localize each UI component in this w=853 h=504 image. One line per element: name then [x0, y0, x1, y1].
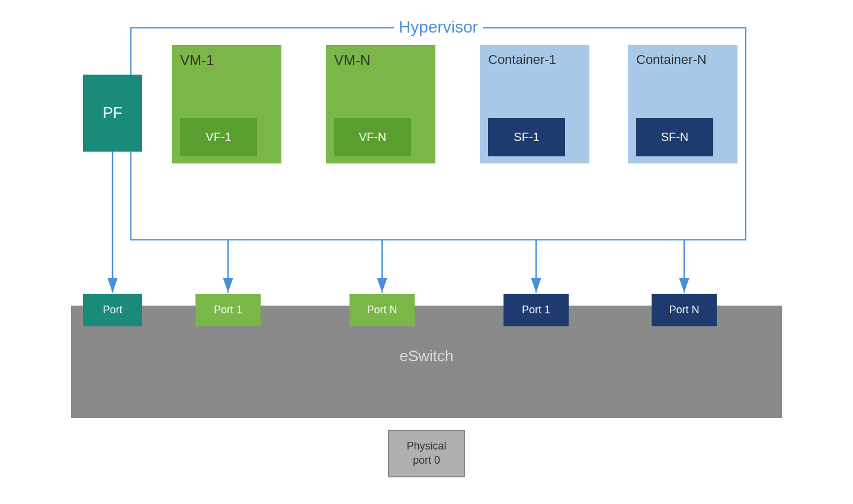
- container1-label: Container-1: [488, 52, 556, 68]
- diagram-container: Hypervisor PF VM-1 VF-1 VM-N VF-N Contai…: [0, 0, 853, 504]
- vfn-label: VF-N: [359, 130, 387, 144]
- sfn-label: SF-N: [661, 130, 689, 144]
- port-sfn-label: Port N: [669, 304, 699, 316]
- container1-box: Container-1 SF-1: [480, 45, 589, 163]
- port-vf1-label: Port 1: [214, 304, 242, 316]
- vmn-label: VM-N: [334, 52, 370, 69]
- vf1-label: VF-1: [206, 130, 231, 144]
- vfn-box: VF-N: [334, 118, 411, 156]
- port-pf: Port: [83, 294, 142, 326]
- sfn-box: SF-N: [636, 118, 713, 156]
- containern-label: Container-N: [636, 52, 707, 68]
- vm1-box: VM-1 VF-1: [172, 45, 281, 163]
- sf1-label: SF-1: [514, 130, 539, 144]
- port-sf1-label: Port 1: [522, 304, 550, 316]
- vm1-label: VM-1: [180, 52, 214, 69]
- vf1-box: VF-1: [180, 118, 257, 156]
- hypervisor-label: Hypervisor: [394, 18, 483, 37]
- diagram-inner: Hypervisor PF VM-1 VF-1 VM-N VF-N Contai…: [71, 15, 782, 489]
- eswitch-label: eSwitch: [399, 347, 453, 365]
- port-pf-label: Port: [102, 304, 122, 316]
- containern-box: Container-N SF-N: [628, 45, 737, 163]
- sf1-box: SF-1: [488, 118, 565, 156]
- pf-box: PF: [83, 75, 142, 152]
- port-sf1: Port 1: [504, 294, 569, 326]
- port-vf1: Port 1: [195, 294, 261, 326]
- vmn-box: VM-N VF-N: [326, 45, 435, 163]
- pf-label: PF: [102, 104, 122, 122]
- physical-port: Physicalport 0: [388, 430, 465, 477]
- physical-port-label: Physicalport 0: [406, 439, 446, 467]
- port-vfn: Port N: [349, 294, 415, 326]
- port-vfn-label: Port N: [367, 304, 397, 316]
- port-sfn: Port N: [652, 294, 717, 326]
